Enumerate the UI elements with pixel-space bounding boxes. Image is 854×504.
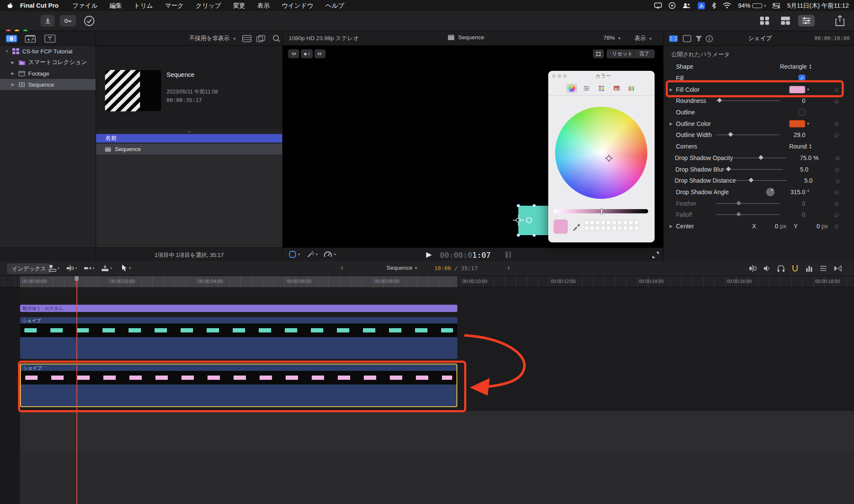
shape-handle-top-left[interactable] — [517, 204, 520, 207]
roundness-slider[interactable] — [716, 100, 780, 101]
panel-zoom-button[interactable] — [563, 74, 567, 78]
current-color-swatch[interactable] — [553, 219, 568, 234]
transform-crop-tool-popup[interactable]: ▾ — [289, 251, 300, 258]
duplicate-view-button[interactable] — [256, 35, 266, 42]
transitions-browser-icon[interactable] — [834, 265, 842, 272]
shape-popup[interactable]: Rectangle ▴▾ — [780, 63, 811, 70]
solo-headphones-icon[interactable] — [777, 265, 785, 272]
divider[interactable] — [282, 31, 283, 261]
skimming-icon[interactable] — [749, 265, 757, 272]
keyframe-button[interactable]: ◇ — [830, 98, 843, 104]
share-button[interactable] — [835, 15, 845, 27]
disclosure-closed-icon[interactable]: ▶ — [670, 224, 676, 228]
tool-palette-popup[interactable]: ▾ — [121, 264, 131, 272]
sidebar-item-library-root[interactable]: ▾ CS-for FCP Tutorial — [0, 46, 96, 57]
photos-audio-tab[interactable] — [25, 35, 36, 43]
shape-rotation-handle[interactable] — [526, 217, 532, 223]
clip-thumbnail[interactable] — [105, 70, 162, 112]
menu-view[interactable]: 表示 — [257, 2, 271, 10]
title-clip[interactable]: 秋川ゆう - カスタム — [20, 305, 457, 312]
corners-popup[interactable]: Round ▴▾ — [789, 143, 811, 150]
library-browser-tab[interactable] — [6, 35, 18, 43]
ime-input-icon[interactable]: あ — [698, 2, 705, 9]
divider[interactable] — [96, 31, 96, 261]
outline-checkbox[interactable] — [798, 109, 805, 116]
app-menu[interactable]: Final Cut Pro — [19, 2, 59, 9]
fullscreen-icon[interactable] — [652, 251, 660, 259]
drop-shadow-blur-slider[interactable] — [724, 169, 783, 170]
drop-shadow-distance-slider[interactable] — [736, 180, 787, 181]
timeline-layout-button[interactable] — [781, 16, 790, 25]
effects-browser-icon[interactable] — [819, 265, 827, 272]
disclosure-closed-icon[interactable]: ▶ — [10, 82, 15, 87]
menu-mark[interactable]: マーク — [164, 2, 184, 10]
wifi-icon[interactable] — [723, 3, 731, 9]
info-inspector-tab[interactable] — [705, 35, 713, 43]
video-inspector-tab[interactable] — [669, 35, 678, 42]
keyword-editor-button[interactable] — [60, 15, 76, 26]
menu-clip[interactable]: クリップ — [195, 2, 222, 10]
outline-color-swatch[interactable] — [789, 120, 805, 128]
menu-help[interactable]: ヘルプ — [325, 2, 345, 10]
eyedropper-icon[interactable] — [572, 222, 581, 231]
playhead-handle[interactable] — [75, 276, 79, 281]
background-tasks-button[interactable] — [84, 15, 95, 26]
shape-handle-top-mid[interactable] — [532, 204, 536, 207]
center-y-field[interactable]: 0 — [798, 223, 820, 230]
menu-bar-clock[interactable]: 5月11日(木) 午前11:12 — [787, 2, 849, 10]
disclosure-closed-icon[interactable]: ▶ — [670, 122, 676, 126]
drop-shadow-angle-dial[interactable] — [766, 188, 775, 196]
overwrite-clip-button[interactable]: ▾ — [101, 265, 112, 272]
chevron-down-icon[interactable]: ▾ — [805, 121, 830, 126]
share-inspector-tab[interactable] — [695, 35, 703, 42]
battery-status[interactable]: 94% — [738, 2, 766, 9]
list-row-sequence[interactable]: Sequence — [96, 143, 282, 154]
transform-overlay-button[interactable] — [593, 49, 604, 58]
viewer-format-info[interactable]: 1080p HD 23.98p ステレオ — [289, 35, 359, 42]
users-icon[interactable] — [682, 3, 691, 9]
screen-mirroring-icon[interactable] — [654, 3, 662, 9]
add-keyframe-button[interactable]: ◆ ▾ — [301, 49, 313, 58]
play-circle-icon[interactable] — [669, 2, 676, 9]
playhead[interactable] — [76, 276, 77, 504]
import-media-button[interactable] — [41, 15, 55, 26]
fill-color-swatch[interactable] — [789, 86, 805, 93]
keyframe-button[interactable]: ◇ — [831, 166, 843, 172]
timeline-ruler[interactable]: 00:00:00:00 00:00:02:00 00:00:04:00 00:0… — [0, 276, 854, 287]
color-wheel-tab[interactable] — [566, 84, 577, 93]
disclosure-closed-icon[interactable]: ▶ — [670, 87, 676, 92]
pane-splitter[interactable]: ▬ — [96, 128, 282, 134]
sidebar-item-footage[interactable]: ▶ Footage — [0, 68, 96, 79]
menu-trim[interactable]: トリム — [133, 2, 154, 10]
drop-shadow-opacity-slider[interactable] — [733, 157, 786, 158]
next-item-button[interactable]: › — [507, 263, 510, 272]
brightness-slider-thumb[interactable] — [601, 208, 602, 215]
generator-inspector-tab[interactable] — [683, 35, 691, 42]
pencils-tab[interactable] — [626, 84, 637, 93]
keyframe-button[interactable]: ◇ — [830, 132, 843, 138]
previous-item-button[interactable]: ‹ — [341, 263, 343, 272]
color-wheel-cursor[interactable] — [605, 154, 613, 163]
panel-minimize-button[interactable] — [558, 74, 561, 78]
keyframe-button[interactable]: ◇ — [832, 154, 843, 161]
menu-modify[interactable]: 変更 — [232, 2, 246, 10]
list-header-name-column[interactable]: 名前 — [96, 134, 282, 143]
disclosure-closed-icon[interactable]: ▶ — [10, 60, 15, 64]
timeline-sequence-popup[interactable]: Sequence ▾ — [386, 265, 417, 271]
audio-skimming-icon[interactable] — [763, 265, 771, 272]
keyframe-button[interactable]: ◇ — [830, 86, 843, 93]
index-button[interactable]: インデックス — [7, 263, 51, 274]
color-sliders-tab[interactable] — [581, 84, 592, 93]
sidebar-item-smart-collection[interactable]: ▶ スマートコレクション — [0, 57, 96, 68]
keyframe-button[interactable]: ◇ — [830, 223, 843, 229]
recent-colors-grid[interactable] — [584, 220, 639, 230]
audio-meters-icon[interactable] — [805, 265, 813, 272]
shape-clip-2-selected[interactable]: シェイプ — [20, 364, 457, 407]
menu-file[interactable]: ファイル — [71, 2, 98, 10]
enhancements-popup[interactable]: ▾ — [306, 250, 318, 258]
inspector-toggle-button[interactable] — [798, 15, 815, 26]
image-palettes-tab[interactable] — [611, 84, 622, 93]
keyframe-button[interactable]: ◇ — [830, 189, 843, 195]
search-button[interactable] — [272, 35, 281, 43]
fill-checkbox[interactable]: ✓ — [798, 75, 805, 82]
